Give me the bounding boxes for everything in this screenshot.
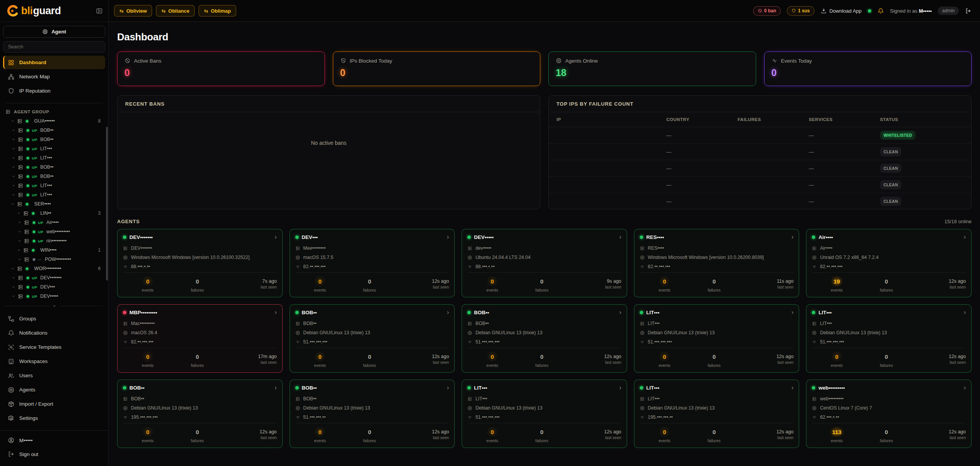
product-nav-button[interactable]: ⇆ Obliview xyxy=(114,5,152,17)
server-stack-icon xyxy=(18,284,23,290)
tree-item[interactable]: LIN•• 3 xyxy=(0,209,108,218)
column-header-services: SERVICES xyxy=(809,117,880,122)
events-label: events xyxy=(314,363,326,368)
agent-card[interactable]: web••••••••• › web••••••••• xyxy=(806,380,972,448)
chevron-right-icon[interactable]: › xyxy=(791,309,793,315)
status-badge: CLEAN xyxy=(880,197,902,206)
agent-card[interactable]: RES•••• › RES•••• xyxy=(634,229,800,297)
sidebar-scrollbar-thumb[interactable] xyxy=(106,127,108,280)
agent-selector-button[interactable]: Agent xyxy=(3,26,105,38)
tree-item[interactable]: UP DEV••••••• xyxy=(0,273,108,282)
logout-icon[interactable] xyxy=(965,8,972,14)
tree-item[interactable]: WIN•••• 1 xyxy=(0,245,108,255)
chevron-right-icon[interactable]: › xyxy=(275,234,276,240)
tree-item[interactable]: UP BOB•• xyxy=(0,126,108,135)
agent-card[interactable]: LIT••• › LIT••• xyxy=(634,380,800,448)
sidebar-item-workspaces[interactable]: Workspaces xyxy=(3,355,105,368)
agent-card[interactable]: MBP••••••••• › Mac••••••••• xyxy=(117,304,283,373)
account-user-item[interactable]: M••••• xyxy=(3,434,105,447)
tree-item[interactable]: UP BOB•• xyxy=(0,135,108,144)
chevron-right-icon[interactable]: › xyxy=(619,385,621,391)
sidebar-item-users[interactable]: Users xyxy=(3,369,105,382)
tree-item[interactable]: ⋯ POW••••••••• xyxy=(0,255,108,264)
sidebar-item-agents[interactable]: Agents xyxy=(3,383,105,396)
chevron-right-icon[interactable]: › xyxy=(964,309,966,315)
sidebar-item-settings[interactable]: Settings xyxy=(3,411,105,425)
tree-item[interactable]: UP web••••••••• xyxy=(0,227,108,236)
tree-item[interactable]: UP LIT••• xyxy=(0,144,108,153)
status-badge: CLEAN xyxy=(880,147,902,156)
agents-title: AGENTS xyxy=(117,219,140,224)
chevron-right-icon[interactable]: › xyxy=(619,309,621,315)
chevron-down-icon xyxy=(12,276,15,280)
sidebar-item-label: Groups xyxy=(19,316,36,322)
agent-card[interactable]: DEV••••• › dev••••• xyxy=(462,229,627,297)
sign-out-item[interactable]: Sign out xyxy=(3,448,105,461)
agent-card[interactable]: LIT••• › LIT••• xyxy=(806,304,972,373)
sidebar-collapse-button[interactable] xyxy=(96,7,103,15)
tree-item[interactable]: UP DEV••• xyxy=(0,282,108,292)
events-label: events xyxy=(142,363,154,368)
tree-item[interactable]: UP Air•••• xyxy=(0,218,108,227)
product-nav-button[interactable]: ⇆ Oblimap xyxy=(199,5,236,17)
notifications-bell-icon[interactable] xyxy=(877,8,884,14)
chevron-right-icon[interactable]: › xyxy=(619,234,621,240)
download-app-button[interactable]: Download App xyxy=(821,8,862,14)
agent-card[interactable]: BOB•• › BOB•• xyxy=(290,304,455,373)
chevron-right-icon[interactable]: › xyxy=(964,385,966,391)
tree-item[interactable]: UP DEV••••• xyxy=(0,292,108,301)
chevron-right-icon[interactable]: › xyxy=(447,234,449,240)
sidebar-item-notifications[interactable]: Notifications xyxy=(3,326,105,340)
sidebar-item-dashboard[interactable]: Dashboard xyxy=(3,56,105,69)
tree-item[interactable]: GUA•••••• 8 xyxy=(0,116,108,126)
sidebar-item-service-templates[interactable]: Service Templates xyxy=(3,340,105,354)
failures-label: failures xyxy=(535,438,548,443)
sidebar-item-groups[interactable]: Groups xyxy=(3,312,105,325)
failures-label: failures xyxy=(363,438,376,443)
agent-card[interactable]: LIT••• › LIT••• xyxy=(462,380,627,448)
events-count: 0 xyxy=(314,426,326,438)
tree-item[interactable]: UP LIT••• xyxy=(0,190,108,199)
agent-card[interactable]: LIT••• › LIT••• xyxy=(634,304,800,373)
tree-item[interactable]: UP BOB•• xyxy=(0,163,108,172)
wifi-icon xyxy=(640,415,645,420)
tree-item[interactable]: SER•••• xyxy=(0,199,108,209)
agent-os: Debian GNU/Linux 13 (trixie) 13 xyxy=(475,405,542,411)
server-stack-icon xyxy=(23,247,29,253)
chevron-right-icon[interactable]: › xyxy=(275,385,276,391)
chevron-right-icon[interactable]: › xyxy=(275,309,276,315)
chevron-right-icon[interactable]: › xyxy=(447,385,449,391)
agent-card[interactable]: DEV••• › Mee•••••••• xyxy=(290,229,455,297)
chevron-right-icon[interactable]: › xyxy=(791,385,793,391)
chevron-right-icon[interactable]: › xyxy=(964,234,966,240)
chevron-right-icon[interactable]: › xyxy=(791,234,793,240)
product-nav-button[interactable]: ⇆ Obliance xyxy=(156,5,195,17)
events-label: events xyxy=(831,438,843,443)
agent-card[interactable]: BOB•• › BOB•• xyxy=(462,304,627,373)
agent-card[interactable]: BOB•• › BOB•• xyxy=(117,380,283,448)
sidebar-item-ip-reputation[interactable]: IP Reputation xyxy=(3,84,105,98)
agent-name: BOB•• xyxy=(474,310,489,315)
tree-item[interactable]: UP LIT••• xyxy=(0,181,108,190)
tree-item[interactable]: UP rin••••••••• xyxy=(0,236,108,245)
tree-item[interactable]: UP BOB•• xyxy=(0,172,108,181)
tree-collapse-handle[interactable] xyxy=(5,304,103,308)
agent-card[interactable]: BOB•• › BOB•• xyxy=(290,380,455,448)
search-input[interactable] xyxy=(3,41,105,53)
agent-status-dot xyxy=(26,129,29,132)
suspicious-count-pill[interactable]: 1 sus xyxy=(787,6,814,16)
stat-label: IPs Blocked Today xyxy=(350,58,392,64)
tree-item[interactable]: WOR••••••••• 6 xyxy=(0,264,108,273)
tree-item-label: DEV••••••• xyxy=(40,275,61,280)
agent-card[interactable]: Air•••• › Air•••• xyxy=(806,229,972,297)
chevron-down-icon xyxy=(12,184,15,187)
sidebar-item-label: Agents xyxy=(19,387,35,393)
agent-card[interactable]: DEV••••••• › DEV••••••• xyxy=(117,229,283,297)
sidebar-item-network-map[interactable]: Network Map xyxy=(3,70,105,83)
chevron-right-icon[interactable]: › xyxy=(447,309,449,315)
last-seen-label: last seen xyxy=(261,435,277,440)
ban-count-pill[interactable]: 0 ban xyxy=(753,6,781,16)
agent-name: DEV••••••• xyxy=(129,234,153,240)
tree-item[interactable]: UP LIT••• xyxy=(0,153,108,163)
sidebar-item-import-export[interactable]: Import / Export xyxy=(3,397,105,411)
